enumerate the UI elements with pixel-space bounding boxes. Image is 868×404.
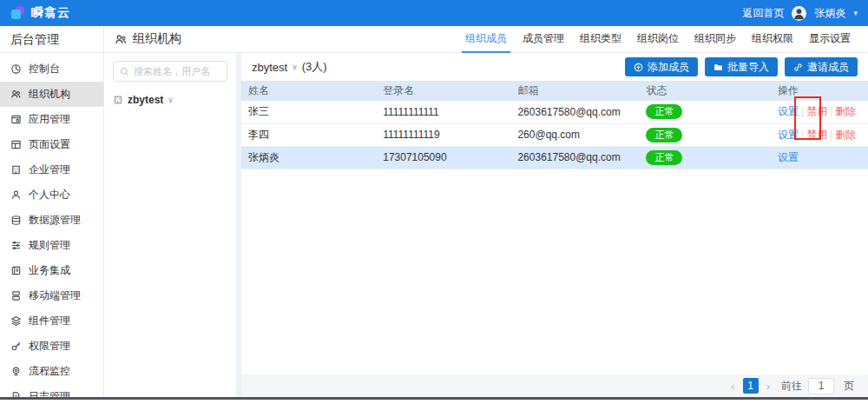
sidebar-item-datasource[interactable]: 数据源管理 xyxy=(0,208,103,233)
topbar: 瞬翕云 返回首页 张炳炎 ▾ xyxy=(0,0,868,26)
plus-circle-icon xyxy=(634,63,643,72)
tab-member-management[interactable]: 成员管理 xyxy=(519,26,568,53)
rules-icon xyxy=(10,240,22,251)
invite-member-button[interactable]: 邀请成员 xyxy=(785,57,858,76)
cell-email: 260@qq.com xyxy=(510,123,639,146)
column-header-email: 邮箱 xyxy=(510,81,639,101)
user-menu-caret-icon[interactable]: ▾ xyxy=(853,9,858,17)
monitor-icon xyxy=(10,366,22,377)
org-tree-panel: zbytest ∨ xyxy=(104,53,236,397)
cell-login: 17307105090 xyxy=(376,146,510,169)
members-panel: zbytest ∨ (3人) 添加成员 批量导入 xyxy=(241,53,868,397)
sidebar-item-rules[interactable]: 规则管理 xyxy=(0,233,103,258)
table-row[interactable]: 张三 11111111111 2603617580@qq.com 正常 设置|禁… xyxy=(241,101,868,123)
logo-icon xyxy=(10,5,26,21)
batch-import-button[interactable]: 批量导入 xyxy=(705,57,778,76)
add-member-button[interactable]: 添加成员 xyxy=(625,57,698,76)
goto-page-input[interactable] xyxy=(808,378,834,394)
database-icon xyxy=(10,215,22,226)
table-row[interactable]: 李四 11111111119 260@qq.com 正常 设置|禁用|删除 xyxy=(241,123,868,146)
page-header: 组织机构 组织成员 成员管理 组织类型 组织岗位 组织同步 组织权限 显示设置 xyxy=(104,26,868,53)
members-table: 姓名 登录名 邮箱 状态 操作 张三 11111111111 260361758… xyxy=(241,81,868,169)
avatar[interactable] xyxy=(792,6,806,21)
sidebar-item-integration[interactable]: 业务集成 xyxy=(0,258,103,283)
page-button-1[interactable]: 1 xyxy=(743,378,759,394)
member-count: (3人) xyxy=(302,59,327,75)
delete-link[interactable]: 删除 xyxy=(835,105,856,117)
app-logo: 瞬翕云 xyxy=(10,5,70,21)
sidebar-item-enterprise[interactable]: 企业管理 xyxy=(0,157,103,182)
delete-link[interactable]: 删除 xyxy=(835,129,856,141)
search-box xyxy=(113,61,227,82)
prev-page-icon[interactable]: ‹ xyxy=(729,380,736,393)
sidebar-item-components[interactable]: 组件管理 xyxy=(0,308,103,334)
column-header-status: 状态 xyxy=(639,81,771,101)
sidebar-item-dashboard[interactable]: 控制台 xyxy=(0,56,103,82)
sidebar-item-process-monitor[interactable]: 流程监控 xyxy=(0,359,103,384)
tab-org-sync[interactable]: 组织同步 xyxy=(691,26,740,53)
tab-bar: 组织成员 成员管理 组织类型 组织岗位 组织同步 组织权限 显示设置 xyxy=(462,26,854,53)
column-header-name: 姓名 xyxy=(241,81,376,101)
sidebar-item-apps[interactable]: 应用管理 xyxy=(0,107,103,132)
status-badge: 正常 xyxy=(646,104,682,119)
department-selector[interactable]: zbytest ∨ (3人) xyxy=(252,59,327,75)
organization-title-icon xyxy=(115,33,128,46)
sidebar-item-page-settings[interactable]: 页面设置 xyxy=(0,132,103,157)
permission-key-icon xyxy=(10,341,22,352)
logo-text: 瞬翕云 xyxy=(31,5,70,21)
pagination: ‹ 1 › 前往 页 xyxy=(241,374,868,397)
op-separator: | xyxy=(830,105,832,117)
log-document-icon xyxy=(10,391,22,397)
mobile-server-icon xyxy=(10,290,22,301)
sidebar-title: 后台管理 xyxy=(0,26,103,53)
organization-icon xyxy=(10,89,22,100)
cell-login: 11111111119 xyxy=(376,123,510,146)
sidebar-item-logs[interactable]: 日志管理 xyxy=(0,384,103,397)
settings-link[interactable]: 设置 xyxy=(778,129,799,141)
tab-display-settings[interactable]: 显示设置 xyxy=(806,26,854,53)
next-page-icon[interactable]: › xyxy=(765,380,772,393)
disable-link[interactable]: 禁用 xyxy=(806,129,827,141)
sidebar-item-mobile[interactable]: 移动端管理 xyxy=(0,283,103,308)
sidebar-item-profile[interactable]: 个人中心 xyxy=(0,182,103,208)
enterprise-icon xyxy=(10,164,22,176)
sidebar: 后台管理 控制台 组织机构 应用管理 页面设置 企业管理 xyxy=(0,26,104,397)
cell-name: 张炳炎 xyxy=(241,146,376,169)
building-icon xyxy=(113,95,123,105)
folder-import-icon xyxy=(713,63,723,72)
user-avatar-icon xyxy=(792,6,806,21)
chevron-down-icon: ∨ xyxy=(292,63,298,71)
status-badge: 正常 xyxy=(646,150,682,165)
page-unit-label: 页 xyxy=(844,379,854,394)
tab-org-members[interactable]: 组织成员 xyxy=(462,26,510,53)
column-header-actions: 操作 xyxy=(771,81,868,101)
goto-label: 前往 xyxy=(781,379,802,394)
back-home-link[interactable]: 返回首页 xyxy=(742,6,784,21)
tree-node-zbytest[interactable]: zbytest ∨ xyxy=(113,94,227,106)
sidebar-item-permissions[interactable]: 权限管理 xyxy=(0,334,103,359)
cell-name: 张三 xyxy=(241,101,376,123)
cell-login: 11111111111 xyxy=(376,101,510,123)
link-icon xyxy=(793,63,803,72)
integration-icon xyxy=(10,265,22,276)
sidebar-item-organization[interactable]: 组织机构 xyxy=(0,82,103,107)
settings-link[interactable]: 设置 xyxy=(778,105,799,117)
cell-email: 2603617580@qq.com xyxy=(510,146,639,169)
dashboard-icon xyxy=(10,63,22,75)
apps-icon xyxy=(10,114,22,125)
table-row-selected[interactable]: 张炳炎 17307105090 2603617580@qq.com 正常 设置 xyxy=(241,146,868,169)
tab-org-permissions[interactable]: 组织权限 xyxy=(748,26,797,53)
cell-email: 2603617580@qq.com xyxy=(510,101,639,123)
settings-link[interactable]: 设置 xyxy=(778,151,799,163)
cell-name: 李四 xyxy=(241,123,376,146)
page-title: 组织机构 xyxy=(115,31,181,47)
tab-org-types[interactable]: 组织类型 xyxy=(576,26,625,53)
column-header-login: 登录名 xyxy=(376,81,510,101)
components-icon xyxy=(10,315,22,327)
disable-link[interactable]: 禁用 xyxy=(806,105,827,117)
window-bottom-edge xyxy=(0,397,868,400)
user-icon xyxy=(10,189,22,201)
search-input[interactable] xyxy=(134,66,220,76)
username[interactable]: 张炳炎 xyxy=(814,6,845,21)
tab-org-positions[interactable]: 组织岗位 xyxy=(634,26,682,53)
